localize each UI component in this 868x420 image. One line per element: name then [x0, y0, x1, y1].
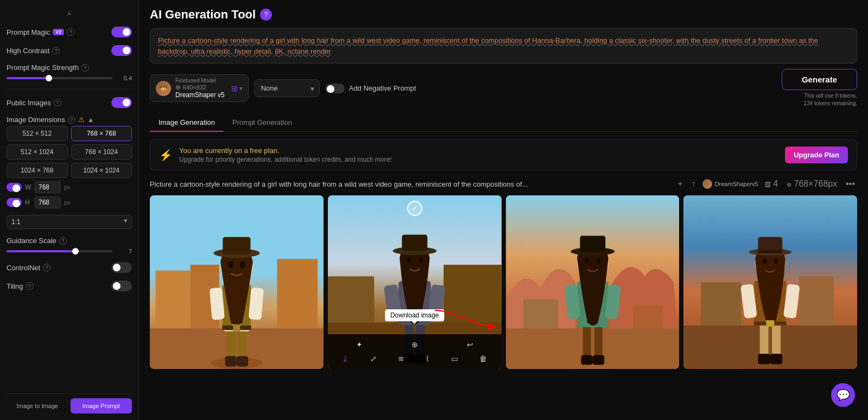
arrow-indicator	[432, 308, 497, 331]
tiling-toggle[interactable]	[111, 281, 132, 291]
gen-prompt-text: Picture a cartoon-style rendering of a g…	[150, 180, 670, 188]
upgrade-plan-button[interactable]: Upgrade Plan	[785, 147, 848, 163]
gen-model-avatar-img	[702, 179, 712, 189]
public-images-help-icon[interactable]: ?	[54, 99, 61, 106]
image-toolbar: ✦ ⊕ ↩ ⤓ ⤢ ≋ ⌇ ▭ 🗑	[328, 334, 502, 369]
gen-more-button[interactable]: •••	[844, 178, 857, 190]
public-images-toggle[interactable]	[111, 97, 132, 108]
banner-subtitle: Upgrade for priority generations, additi…	[179, 156, 778, 163]
toolbar-variations-btn[interactable]: ⊕	[408, 339, 421, 351]
image-grid: ✓ Download image	[150, 195, 857, 369]
style-select-wrap: None Cinematic Anime Photorealistic	[254, 79, 320, 97]
bottom-tabs: Image to Image Image Prompt	[7, 393, 132, 413]
prompt-magic-help-icon[interactable]: ?	[67, 28, 74, 36]
dimensions-grid: 512 × 512 768 × 768 512 × 1024 768 × 102…	[7, 126, 132, 178]
controlnet-help-icon[interactable]: ?	[43, 264, 50, 271]
guidance-scale-help-icon[interactable]: ?	[59, 237, 67, 245]
prompt-magic-strength-label: Prompt Magic Strength ?	[7, 63, 132, 72]
toolbar-sparkle-btn[interactable]: ✦	[353, 339, 366, 351]
toolbar-delete-btn[interactable]: 🗑	[476, 353, 490, 365]
pms-help-icon[interactable]: ?	[81, 64, 89, 72]
image-to-image-tab[interactable]: Image to Image	[7, 398, 68, 413]
pms-slider-row: 0.4	[7, 75, 132, 81]
pms-fill	[7, 77, 49, 79]
guidance-slider-row: 7	[7, 248, 132, 254]
image-card-2[interactable]: ✓ Download image	[328, 195, 502, 369]
gen-bar-actions: + ↑ DreamShaperv5 🖼 4 ⊕ 768×768px •••	[675, 178, 857, 190]
width-row: W px	[7, 181, 132, 193]
height-toggle[interactable]	[7, 198, 22, 207]
controlnet-row: ControlNet ?	[7, 262, 132, 273]
toolbar-download-btn[interactable]: ⤓	[339, 353, 352, 365]
scroll-up-indicator: ▲	[7, 7, 132, 19]
image-2-checkmark[interactable]: ✓	[407, 201, 422, 216]
toolbar-expand-btn[interactable]: ⤢	[367, 353, 380, 365]
chat-fab-button[interactable]: 💬	[831, 383, 855, 407]
aspect-ratio-select[interactable]: 1:1 4:3 16:9 9:16	[7, 215, 132, 229]
tab-prompt-generation[interactable]: Prompt Generation	[224, 114, 301, 132]
model-type-label: Finetuned Model ⊕ 640×832	[175, 78, 225, 91]
gen-dimensions-btn: ⊕ 768×768px	[784, 178, 839, 190]
prompt-box[interactable]: Picture a cartoon-style rendering of a g…	[150, 28, 857, 63]
banner-title: You are currently on a free plan.	[179, 147, 778, 155]
guidance-track	[7, 250, 112, 252]
generate-button[interactable]: Generate	[782, 69, 857, 90]
high-contrast-help-icon[interactable]: ?	[52, 47, 60, 54]
height-row: H px	[7, 196, 132, 208]
image-dimensions-help-icon[interactable]: ?	[68, 116, 75, 124]
dimensions-collapse-icon[interactable]: ▲	[87, 116, 94, 124]
dim-512x1024[interactable]: 512 × 1024	[7, 144, 68, 160]
width-toggle[interactable]	[7, 183, 22, 192]
guidance-scale-section: Guidance Scale ? 7	[7, 237, 132, 254]
main-header: AI Generation Tool ?	[139, 0, 868, 22]
guidance-thumb[interactable]	[72, 248, 79, 254]
tiling-label: Tiling ?	[7, 282, 34, 290]
dim-512x512[interactable]: 512 × 512	[7, 126, 68, 141]
dimensions-warning-icon: ⚠	[78, 116, 85, 124]
image-dimensions-section: Image Dimensions ? ⚠ ▲ 512 × 512 768 × 7…	[7, 116, 132, 229]
tiling-help-icon[interactable]: ?	[26, 282, 34, 290]
high-contrast-text: High Contrast	[7, 47, 49, 55]
dim-1024x768[interactable]: 1024 × 768	[7, 163, 68, 178]
dim-768x768[interactable]: 768 × 768	[71, 126, 132, 141]
pms-value: 0.4	[117, 75, 132, 81]
negative-prompt-toggle[interactable]	[325, 84, 345, 93]
prompt-magic-label: Prompt Magic V2 ?	[7, 28, 74, 36]
banner-text: You are currently on a free plan. Upgrad…	[179, 147, 778, 163]
toolbar-style-btn[interactable]: ≋	[395, 353, 408, 365]
generate-wrap: Generate This will use 8 tokens. 134 tok…	[782, 69, 857, 107]
image-card-3[interactable]	[506, 195, 680, 369]
toolbar-undo-btn[interactable]: ↩	[464, 339, 477, 351]
width-input[interactable]	[35, 181, 61, 193]
toolbar-row-2: ⤓ ⤢ ≋ ⌇ ▭ 🗑	[332, 353, 497, 365]
image-prompt-tab[interactable]: Image Prompt	[71, 398, 132, 413]
negative-prompt-label: Add Negative Prompt	[349, 84, 416, 92]
guidance-value: 7	[117, 248, 132, 254]
dim-768x1024[interactable]: 768 × 1024	[71, 144, 132, 160]
toolbar-crop-btn[interactable]: ▭	[448, 353, 461, 365]
gen-upscale-button[interactable]: ↑	[689, 178, 698, 190]
image-card-1[interactable]	[150, 195, 324, 369]
token-info: This will use 8 tokens. 134 tokens remai…	[782, 92, 857, 107]
lightning-icon: ⚡	[159, 149, 173, 162]
prompt-magic-toggle[interactable]	[111, 27, 132, 37]
guidance-scale-label: Guidance Scale ?	[7, 237, 132, 245]
generation-prompt-bar: Picture a cartoon-style rendering of a g…	[150, 178, 857, 190]
svg-point-39	[418, 257, 423, 263]
pms-thumb[interactable]	[46, 75, 52, 81]
tab-image-generation[interactable]: Image Generation	[150, 114, 224, 132]
model-chip[interactable]: 🤠 Finetuned Model ⊕ 640×832 DreamShaper …	[150, 74, 249, 102]
gen-add-button[interactable]: +	[675, 178, 685, 190]
model-avatar: 🤠	[156, 81, 171, 96]
toolbar-adjust-btn[interactable]: ⌇	[422, 353, 433, 365]
dim-1024x1024[interactable]: 1024 × 1024	[71, 163, 132, 178]
prompt-magic-row: Prompt Magic V2 ?	[7, 27, 132, 37]
page-title: AI Generation Tool	[150, 8, 256, 22]
image-card-4[interactable]	[683, 195, 857, 369]
v2-badge: V2	[53, 29, 64, 35]
height-input[interactable]	[35, 196, 61, 208]
title-help-icon[interactable]: ?	[260, 9, 272, 21]
high-contrast-toggle[interactable]	[111, 45, 132, 56]
style-select[interactable]: None Cinematic Anime Photorealistic	[254, 79, 320, 97]
controlnet-toggle[interactable]	[111, 262, 132, 273]
